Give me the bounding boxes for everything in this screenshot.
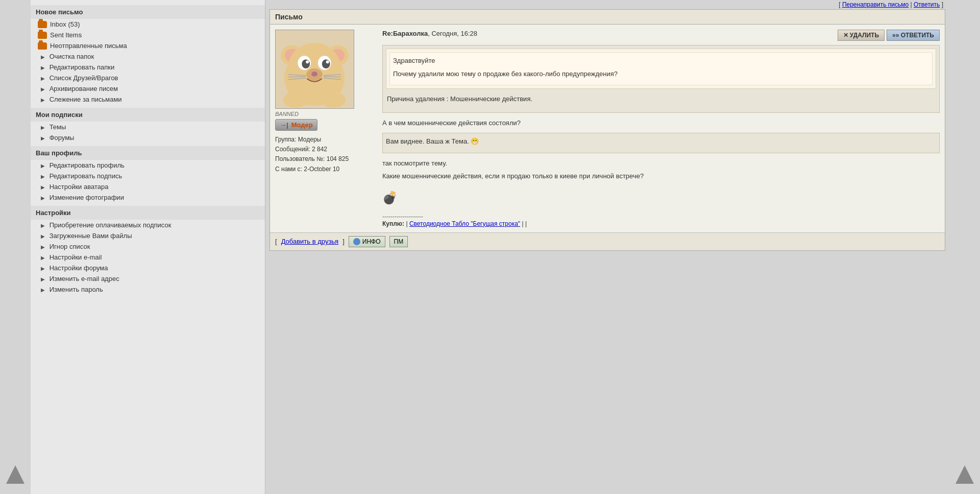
bullet-arrow: ▶ xyxy=(41,184,45,190)
sidebar-item-avatar-settings[interactable]: ▶ Настройки аватара xyxy=(31,181,265,192)
sidebar-item-clean-folder[interactable]: ▶ Очистка папок xyxy=(31,51,265,62)
sidebar-item-edit-sig[interactable]: ▶ Редактировать подпись xyxy=(31,171,265,181)
sidebar-item-change-photo[interactable]: ▶ Изменение фотографии xyxy=(31,192,265,203)
edit-sig-link[interactable]: Редактировать подпись xyxy=(50,172,122,180)
sidebar-item-email-settings[interactable]: ▶ Настройки e-mail xyxy=(31,252,265,263)
email-settings-link[interactable]: Настройки e-mail xyxy=(50,253,102,261)
reply-line-3: Какие мошеннические действия, если я про… xyxy=(382,171,940,181)
sidebar-item-ignore-list[interactable]: ▶ Игнор список xyxy=(31,241,265,252)
quote-line-2: Почему удалили мою тему о продаже без ка… xyxy=(393,69,929,79)
unsent-link[interactable]: Неотправленные письма xyxy=(50,42,127,50)
info-btn-label: ИНФО xyxy=(362,238,381,245)
avatar xyxy=(275,30,354,109)
bullet-arrow: ▶ xyxy=(41,244,45,250)
quote-inner: Здравствуйте Почему удалили мою тему о п… xyxy=(386,49,936,89)
bullet-arrow: ▶ xyxy=(41,287,45,293)
svg-point-20 xyxy=(283,91,308,108)
svg-point-9 xyxy=(322,59,330,68)
quote-outer: Здравствуйте Почему удалили мою тему о п… xyxy=(382,45,940,113)
sidebar: Новое письмо Inbox (53) Sent Items Неотп… xyxy=(31,0,265,494)
sent-link[interactable]: Sent Items xyxy=(50,31,82,39)
edit-folder-link[interactable]: Редактировать папки xyxy=(50,63,115,71)
inbox-link[interactable]: Inbox (53) xyxy=(50,20,80,28)
buy-label: Куплю: xyxy=(382,220,404,227)
sidebar-item-inbox[interactable]: Inbox (53) xyxy=(31,19,265,30)
bullet-arrow: ▶ xyxy=(41,174,45,179)
sig-separator: -------------------- xyxy=(382,213,940,220)
bullet-arrow: ▶ xyxy=(41,65,45,70)
signature-area: -------------------- Куплю: | Светодиодн… xyxy=(382,210,940,227)
sidebar-item-change-email[interactable]: ▶ Изменить e-mail адрес xyxy=(31,273,265,284)
change-password-link[interactable]: Изменить пароль xyxy=(50,286,103,293)
sidebar-item-buy-subscriptions[interactable]: ▶ Приобретение оплачиваемых подписок xyxy=(31,220,265,230)
msg-date: Сегодня, 16:28 xyxy=(431,30,477,37)
bullet-arrow: ▶ xyxy=(41,86,45,92)
reply-quote-box: Вам виднее. Ваша ж Тема. 😁 xyxy=(382,133,940,153)
change-email-link[interactable]: Изменить e-mail адрес xyxy=(50,275,119,283)
subject-text: Re:Барахолка xyxy=(382,30,428,37)
bullet-arrow: ▶ xyxy=(41,125,45,130)
info-button[interactable]: ИНФО xyxy=(349,236,385,247)
sidebar-item-archive[interactable]: ▶ Архивирование писем xyxy=(31,83,265,94)
sidebar-item-edit-folder[interactable]: ▶ Редактировать папки xyxy=(31,62,265,73)
sidebar-item-forum-settings[interactable]: ▶ Настройки форума xyxy=(31,263,265,273)
uploaded-files-link[interactable]: Загруженные Вами файлы xyxy=(50,232,132,240)
forums-link[interactable]: Форумы xyxy=(50,134,75,142)
svg-point-5 xyxy=(288,43,341,93)
banned-label: BANNED xyxy=(275,111,377,117)
sidebar-item-uploaded-files[interactable]: ▶ Загруженные Вами файлы xyxy=(31,230,265,241)
moder-label: Модер xyxy=(291,121,313,129)
sender-col: BANNED →| Модер Группа: Модеры Сообщений… xyxy=(275,30,377,227)
reply-text-area: так посмотрите тему. Какие мошеннические… xyxy=(382,156,940,186)
sidebar-item-change-password[interactable]: ▶ Изменить пароль xyxy=(31,284,265,295)
bullet-arrow: ▶ xyxy=(41,163,45,169)
top-reply-link[interactable]: Ответить xyxy=(914,1,940,8)
bullet-arrow: ▶ xyxy=(41,195,45,201)
sidebar-subscriptions-header: Мои подписки xyxy=(31,108,265,122)
sig-extra: | xyxy=(525,220,527,227)
add-friend-link[interactable]: Добавить в друзья xyxy=(281,238,339,245)
avatar-settings-link[interactable]: Настройки аватара xyxy=(50,183,109,191)
sidebar-item-friends-enemies[interactable]: ▶ Список Друзей/Врагов xyxy=(31,73,265,83)
ignore-list-link[interactable]: Игнор список xyxy=(50,243,90,250)
themes-link[interactable]: Темы xyxy=(50,123,66,131)
folder-icon-unsent xyxy=(38,42,47,50)
svg-line-15 xyxy=(288,77,306,77)
reply-button[interactable]: »» ОТВЕТИТЬ xyxy=(887,30,940,41)
forum-settings-link[interactable]: Настройки форума xyxy=(50,264,108,272)
sidebar-item-unsent[interactable]: Неотправленные письма xyxy=(31,40,265,51)
reply-line-2: так посмотрите тему. xyxy=(382,158,940,169)
bullet-arrow: ▶ xyxy=(41,255,45,261)
moder-badge[interactable]: →| Модер xyxy=(275,119,317,131)
sidebar-item-sent[interactable]: Sent Items xyxy=(31,30,265,40)
archive-link[interactable]: Архивирование писем xyxy=(50,85,118,92)
edit-profile-link[interactable]: Редактировать профиль xyxy=(50,161,125,169)
sidebar-item-edit-profile[interactable]: ▶ Редактировать профиль xyxy=(31,160,265,171)
delete-button[interactable]: ✕ УДАЛИТЬ xyxy=(838,30,885,41)
msg-subject: Re:Барахолка, Сегодня, 16:28 xyxy=(382,30,477,37)
bullet-arrow: ▶ xyxy=(41,233,45,239)
bullet-arrow: ▶ xyxy=(41,223,45,228)
sig-link[interactable]: Светодиодное Табло "Бегущая строка" xyxy=(409,220,520,227)
add-friend-bracket-close: ] xyxy=(342,238,345,245)
bullet-arrow: ▶ xyxy=(41,276,45,282)
sidebar-settings-header: Настройки xyxy=(31,206,265,220)
change-photo-link[interactable]: Изменение фотографии xyxy=(50,194,124,201)
bomb-emoji: 💣 xyxy=(382,191,398,205)
scroll-up-right-arrow[interactable] xyxy=(955,465,974,484)
sidebar-item-track[interactable]: ▶ Слежение за письмами xyxy=(31,94,265,105)
scroll-up-left-arrow[interactable] xyxy=(6,465,24,484)
sidebar-item-themes[interactable]: ▶ Темы xyxy=(31,122,265,132)
avatar-svg xyxy=(276,30,354,109)
pm-button[interactable]: ПМ xyxy=(389,236,408,247)
buy-subscriptions-link[interactable]: Приобретение оплачиваемых подписок xyxy=(50,221,172,229)
messages-info: Сообщений: 2 842 xyxy=(275,145,377,154)
sidebar-item-forums[interactable]: ▶ Форумы xyxy=(31,132,265,143)
message-col: Re:Барахолка, Сегодня, 16:28 ✕ УДАЛИТЬ »… xyxy=(382,30,940,227)
sig-pipe2: | xyxy=(522,220,523,227)
group-info: Группа: Модеры xyxy=(275,135,377,145)
friends-enemies-link[interactable]: Список Друзей/Врагов xyxy=(50,74,118,82)
forward-link[interactable]: Перенаправить письмо xyxy=(842,1,909,8)
track-link[interactable]: Слежение за письмами xyxy=(50,96,122,103)
clean-folder-link[interactable]: Очистка папок xyxy=(50,53,94,60)
